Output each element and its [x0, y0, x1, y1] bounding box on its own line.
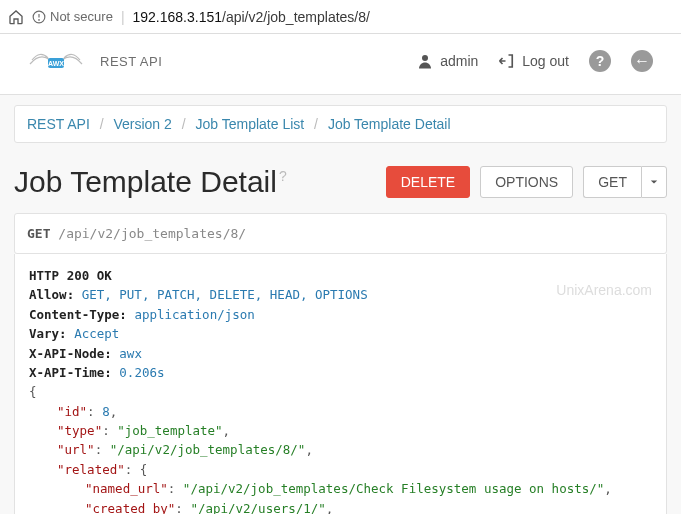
security-status[interactable]: Not secure [32, 9, 113, 24]
logout-button[interactable]: Log out [498, 52, 569, 70]
user-menu[interactable]: admin [416, 52, 478, 70]
svg-text:AWX: AWX [48, 60, 64, 67]
request-method: GET [27, 226, 50, 241]
awx-logo[interactable]: AWX [28, 46, 84, 76]
url-text[interactable]: 192.168.3.151/api/v2/job_templates/8/ [133, 9, 370, 25]
breadcrumb: REST API / Version 2 / Job Template List… [14, 105, 667, 143]
username: admin [440, 53, 478, 69]
page-title: Job Template Detail? [14, 165, 287, 199]
breadcrumb-item[interactable]: Job Template Detail [328, 116, 451, 132]
help-hint-icon[interactable]: ? [279, 168, 287, 184]
get-button-group: GET [583, 166, 667, 198]
svg-point-5 [422, 55, 428, 61]
navbar: AWX REST API admin Log out ? ← [0, 34, 681, 95]
back-icon[interactable]: ← [631, 50, 653, 72]
response-box: UnixArena.com HTTP 200 OK Allow: GET, PU… [14, 254, 667, 514]
breadcrumb-item[interactable]: Job Template List [196, 116, 305, 132]
options-button[interactable]: OPTIONS [480, 166, 573, 198]
breadcrumb-item[interactable]: REST API [27, 116, 90, 132]
help-icon[interactable]: ? [589, 50, 611, 72]
security-text: Not secure [50, 9, 113, 24]
request-box: GET /api/v2/job_templates/8/ [14, 213, 667, 254]
home-icon[interactable] [8, 9, 24, 25]
logout-label: Log out [522, 53, 569, 69]
get-button[interactable]: GET [583, 166, 641, 198]
breadcrumb-item[interactable]: Version 2 [113, 116, 171, 132]
separator: | [121, 9, 125, 25]
watermark: UnixArena.com [556, 280, 652, 302]
address-bar: Not secure | 192.168.3.151/api/v2/job_te… [0, 0, 681, 34]
svg-point-2 [39, 19, 40, 20]
get-dropdown-toggle[interactable] [641, 166, 667, 198]
brand-text: REST API [100, 54, 162, 69]
request-path: /api/v2/job_templates/8/ [58, 226, 246, 241]
delete-button[interactable]: DELETE [386, 166, 470, 198]
